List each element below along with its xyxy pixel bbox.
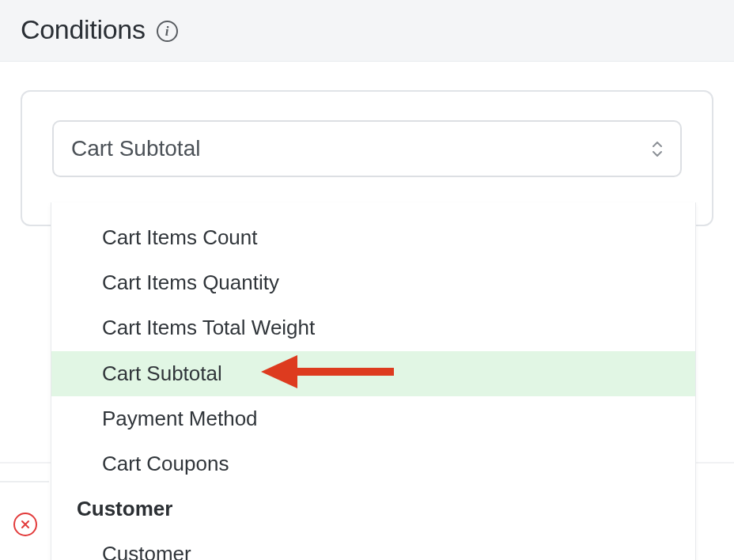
section-header: Conditions i: [0, 0, 734, 62]
option-payment-method[interactable]: Payment Method: [51, 396, 695, 441]
info-icon[interactable]: i: [157, 21, 178, 42]
optgroup-customer: Customer: [51, 486, 695, 532]
option-customer[interactable]: Customer: [51, 532, 695, 560]
select-sort-icon: [649, 138, 666, 160]
divider: [0, 481, 49, 482]
select-value: Cart Subtotal: [71, 136, 200, 161]
close-icon: [21, 520, 30, 529]
option-cart-subtotal[interactable]: Cart Subtotal: [51, 351, 695, 396]
option-cart-items-total-weight[interactable]: Cart Items Total Weight: [51, 305, 695, 350]
section-title: Conditions: [21, 14, 146, 45]
condition-type-dropdown: Cart Items Count Cart Items Quantity Car…: [51, 202, 696, 560]
content-area: Cart Subtotal: [0, 62, 734, 226]
option-cart-items-count[interactable]: Cart Items Count: [51, 215, 695, 260]
option-cart-coupons[interactable]: Cart Coupons: [51, 441, 695, 486]
remove-condition-button[interactable]: [13, 513, 37, 536]
option-cart-items-quantity[interactable]: Cart Items Quantity: [51, 260, 695, 305]
condition-type-select[interactable]: Cart Subtotal: [52, 120, 682, 177]
